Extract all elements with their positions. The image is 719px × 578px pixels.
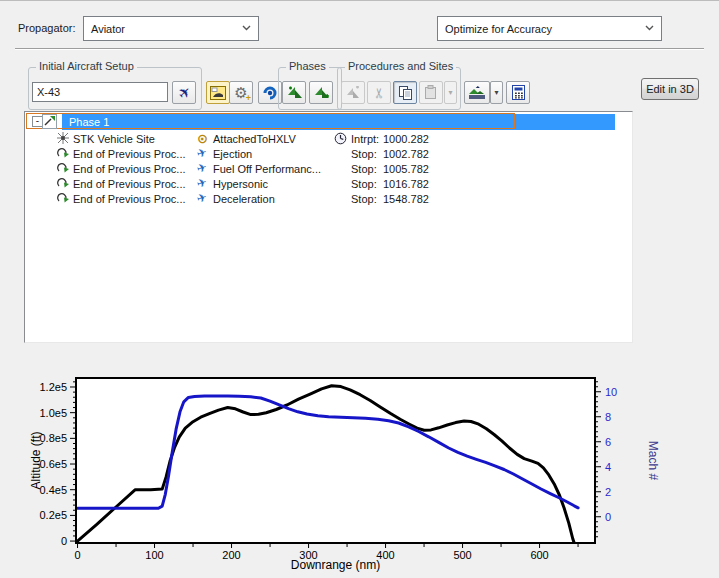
row-time-key: Stop: <box>351 148 377 160</box>
row-time-key: Stop: <box>351 163 377 175</box>
terrain-icon <box>468 86 486 100</box>
svg-text:100: 100 <box>145 549 163 561</box>
row-name-label: Hypersonic <box>213 178 268 190</box>
edit-in-3d-button[interactable]: Edit in 3D <box>641 78 699 100</box>
svg-text:10: 10 <box>605 386 617 398</box>
calculator-button[interactable] <box>506 81 530 104</box>
tree-row[interactable]: End of Previous Proc...✈HypersonicStop:1… <box>25 177 632 192</box>
row-type-label: STK Vehicle Site <box>73 133 155 145</box>
x-axis-title: Downrange (nm) <box>291 558 380 572</box>
phase-row[interactable]: - Phase 1 <box>25 114 632 130</box>
row-time-value: 1016.782 <box>383 178 429 190</box>
right-axis-title: Mach # <box>646 441 660 481</box>
svg-text:200: 200 <box>222 549 240 561</box>
tree-row[interactable]: End of Previous Proc...✈DecelerationStop… <box>25 192 632 207</box>
altitude-mach-chart: 010020030040050060000.2e50.4e50.6e50.8e5… <box>0 353 719 578</box>
svg-text:0.4e5: 0.4e5 <box>39 484 67 496</box>
catalog-icon <box>210 86 226 100</box>
paste-dropdown-button[interactable]: ▾ <box>444 81 457 104</box>
optimize-select[interactable]: Optimize for Accuracy <box>437 16 662 41</box>
procedure-arrow-icon <box>56 162 69 176</box>
paste-button[interactable] <box>419 81 443 104</box>
paste-icon <box>424 85 438 100</box>
optimize-value: Optimize for Accuracy <box>445 23 552 35</box>
phase-icon <box>42 114 57 131</box>
propagator-value: Aviator <box>91 23 125 35</box>
svg-text:0.2e5: 0.2e5 <box>39 509 67 521</box>
row-type-label: End of Previous Proc... <box>73 193 186 205</box>
aircraft-icon: ✈ <box>197 162 207 175</box>
vehicle-site-icon <box>56 132 70 147</box>
clock-icon <box>334 132 347 147</box>
procedures-and-sites-label: Procedures and Sites <box>345 60 456 72</box>
cut-button[interactable]: ✂ <box>367 81 391 104</box>
row-name-label: Ejection <box>213 148 252 160</box>
aircraft-name-field[interactable]: X-43 <box>32 82 168 102</box>
dropdown-arrow-icon: ▾ <box>448 89 452 97</box>
scissors-icon: ✂ <box>372 87 386 99</box>
svg-text:8: 8 <box>605 411 611 423</box>
separator <box>15 48 704 50</box>
terrain-reference-button[interactable] <box>464 81 490 104</box>
svg-text:1.2e5: 1.2e5 <box>39 381 67 393</box>
row-type-label: End of Previous Proc... <box>73 178 186 190</box>
phase-list: - Phase 1 STK Vehicle Site⊙AttachedToHXL… <box>24 111 633 343</box>
phase-row-label: Phase 1 <box>69 116 109 128</box>
row-time-value: 1548.782 <box>383 193 429 205</box>
aircraft-icon: ✈ <box>174 83 194 103</box>
calculator-icon <box>512 85 525 100</box>
row-time-value: 1002.782 <box>383 148 429 160</box>
left-axis-title: Altitude (ft) <box>29 431 43 489</box>
plus-badge-icon: + <box>246 93 251 103</box>
propagator-select[interactable]: Aviator <box>83 16 259 41</box>
aircraft-icon: ✈ <box>197 192 207 205</box>
initial-aircraft-setup-label: Initial Aircraft Setup <box>36 60 137 72</box>
insert-phase-before-button[interactable] <box>282 81 306 104</box>
svg-text:600: 600 <box>530 549 548 561</box>
svg-text:0: 0 <box>605 511 611 523</box>
aircraft-catalog-button[interactable] <box>206 81 230 104</box>
terrain-dropdown-button[interactable]: ▾ <box>490 81 503 104</box>
row-time-value: 1005.782 <box>383 163 429 175</box>
chevron-down-icon <box>645 25 654 31</box>
select-aircraft-button[interactable]: ✈ <box>172 81 196 104</box>
tree-row[interactable]: End of Previous Proc...✈Fuel Off Perform… <box>25 162 632 177</box>
row-type-label: End of Previous Proc... <box>73 148 186 160</box>
svg-text:0: 0 <box>74 549 80 561</box>
procedure-arrow-icon <box>56 147 69 161</box>
row-time-key: Stop: <box>351 193 377 205</box>
add-site-button[interactable] <box>341 81 365 104</box>
aircraft-icon: ✈ <box>197 177 207 190</box>
phases-label: Phases <box>286 60 329 72</box>
row-time-key: Intrpt: <box>351 133 379 145</box>
tree-row[interactable]: STK Vehicle Site⊙AttachedToHXLVIntrpt:10… <box>25 132 632 147</box>
aircraft-name-value: X-43 <box>37 86 60 98</box>
edit-in-3d-label: Edit in 3D <box>646 83 694 95</box>
row-type-label: End of Previous Proc... <box>73 163 186 175</box>
row-name-label: Fuel Off Performanc... <box>213 163 321 175</box>
add-site-icon <box>345 86 361 100</box>
copy-icon <box>398 85 413 100</box>
tree-row[interactable]: End of Previous Proc...✈EjectionStop:100… <box>25 147 632 162</box>
propagator-label: Propagator: <box>18 22 75 34</box>
row-name-label: Deceleration <box>213 193 275 205</box>
svg-text:0.8e5: 0.8e5 <box>39 432 67 444</box>
procedure-arrow-icon <box>56 177 69 191</box>
aircraft-properties-button[interactable]: ⚙ + <box>229 81 253 104</box>
row-name-label: AttachedToHXLV <box>213 133 296 145</box>
attached-target-icon: ⊙ <box>197 132 208 145</box>
svg-text:500: 500 <box>453 549 471 561</box>
plot-area <box>76 378 595 543</box>
swirl-icon <box>262 85 278 101</box>
aviator-propagator-panel: Propagator: Aviator Optimize for Accurac… <box>0 0 719 578</box>
insert-phase-after-button[interactable] <box>309 81 333 104</box>
dropdown-arrow-icon: ▾ <box>494 89 498 97</box>
add-phase-icon <box>313 85 330 100</box>
svg-text:0: 0 <box>61 535 67 547</box>
svg-text:4: 4 <box>605 461 611 473</box>
svg-text:1.0e5: 1.0e5 <box>39 407 67 419</box>
svg-text:0.6e5: 0.6e5 <box>39 458 67 470</box>
row-time-value: 1000.282 <box>383 133 429 145</box>
copy-button[interactable] <box>393 81 417 104</box>
svg-text:2: 2 <box>605 486 611 498</box>
